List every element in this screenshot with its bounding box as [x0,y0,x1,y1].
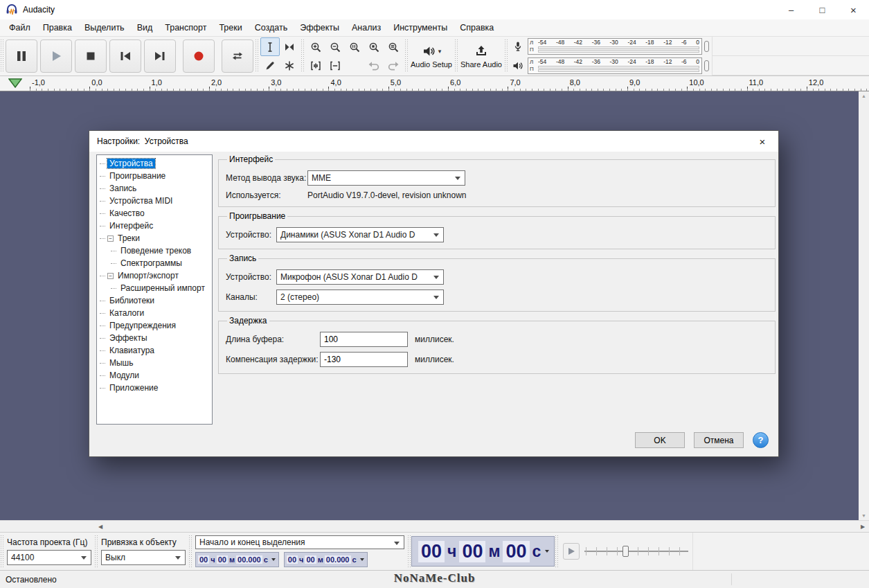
playback-meter[interactable]: Л П -54-48-42-36-30-24-18-12-60 [510,57,709,75]
recording-volume-slider[interactable] [704,41,709,52]
menu-item[interactable]: Треки [213,21,248,35]
audio-host-combobox[interactable]: MME [307,170,465,186]
silence-audio-button[interactable] [325,56,345,75]
dialog-close-button[interactable]: × [746,131,778,152]
stop-button[interactable] [75,39,107,73]
vertical-scrollbar[interactable]: ▲ ▼ [859,91,869,520]
toolbar-gripper[interactable] [255,39,259,73]
menu-item[interactable]: Справка [454,21,500,35]
tree-item[interactable]: Устройства [97,157,212,170]
timeline-ruler[interactable]: -1,00,01,02,03,04,05,06,07,08,09,010,011… [0,76,869,91]
pause-button[interactable] [6,39,37,73]
help-button[interactable]: ? [753,432,769,448]
scroll-right-button[interactable]: ▶ [857,522,868,532]
recording-device-combobox[interactable]: Микрофон (ASUS Xonar D1 Audio D [276,269,444,285]
ok-button[interactable]: OK [635,432,685,448]
tree-item[interactable]: − Импорт/экспорт [97,269,212,282]
maximize-button[interactable]: □ [807,0,838,19]
trim-audio-button[interactable] [306,56,325,75]
tree-item[interactable]: Эффекты [97,332,212,344]
multi-tool-button[interactable] [280,56,299,75]
horizontal-scrollbar[interactable]: ◀ ▶ [0,520,869,532]
tree-item[interactable]: Каталоги [97,307,212,319]
zoom-out-button[interactable] [325,37,345,56]
menu-item[interactable]: Транспорт [159,21,213,35]
menu-item[interactable]: Эффекты [294,21,346,35]
tree-item[interactable]: Интерфейс [97,220,212,232]
menu-item[interactable]: Инструменты [387,21,454,35]
time-format-caret-icon[interactable] [271,558,276,561]
tree-item[interactable]: Мышь [97,357,212,369]
loop-button[interactable] [222,39,253,73]
selection-start-display[interactable]: 00ч00м00.000с [195,552,279,567]
selection-tool-button[interactable] [260,37,280,56]
zoom-in-button[interactable] [306,37,325,56]
skip-to-start-button[interactable] [109,39,141,73]
zoom-toggle-button[interactable] [364,37,384,56]
tree-item[interactable]: Спектрограммы [97,257,212,269]
scroll-up-button[interactable]: ▲ [861,93,866,98]
menu-item[interactable]: Создать [249,21,294,35]
toolbar-gripper[interactable] [301,39,305,73]
play-at-speed-button[interactable] [563,543,580,560]
tree-item[interactable]: Библиотеки [97,294,212,307]
play-speed-slider-thumb[interactable] [622,546,629,557]
redo-button[interactable] [384,56,403,75]
buffer-length-input[interactable] [320,332,408,347]
recording-meter[interactable]: Л П -54-48-42-36-30-24-18-12-60 [510,37,709,55]
window-controls: – □ × [776,0,869,19]
tree-expander-icon[interactable]: − [107,235,114,242]
record-button[interactable] [183,39,215,73]
share-audio-button[interactable]: Share Audio [458,38,504,74]
tree-item[interactable]: Расширенный импорт [97,282,212,294]
close-button[interactable]: × [838,0,869,19]
playback-volume-slider[interactable] [704,60,709,71]
tree-item[interactable]: Запись [97,182,212,195]
minimize-button[interactable]: – [776,0,807,19]
play-button[interactable] [40,39,72,73]
zoom-fit-button[interactable] [384,37,403,56]
snap-to-combobox[interactable]: Выкл [101,550,186,565]
latency-compensation-input[interactable] [320,352,408,367]
tree-item[interactable]: Приложение [97,382,212,394]
menu-item[interactable]: Правка [37,21,78,35]
preferences-panel: Интерфейс Метод вывода звука: MME Исполь… [218,154,776,412]
tree-item[interactable]: Проигрывание [97,170,212,182]
menu-item[interactable]: Анализ [346,21,387,35]
dialog-title-bar[interactable]: Настройки: Устройства × [89,131,778,152]
tree-item[interactable]: − Треки [97,232,212,244]
recording-device-label: Устройство: [226,272,276,282]
menu-item[interactable]: Файл [3,21,37,35]
scroll-down-button[interactable]: ▼ [861,513,866,518]
menu-item[interactable]: Вид [131,21,159,35]
selection-end-display[interactable]: 00ч00м00.000с [284,552,368,567]
menu-item[interactable]: Выделить [78,21,131,35]
selection-format-combobox[interactable]: Начало и конец выделения [195,535,404,549]
envelope-tool-button[interactable] [280,37,299,56]
playback-meter-display[interactable]: Л П -54-48-42-36-30-24-18-12-60 [528,57,702,74]
recording-channels-combobox[interactable]: 2 (стерео) [276,289,444,305]
playback-device-combobox[interactable]: Динамики (ASUS Xonar D1 Audio D [276,227,444,242]
toolbar-gripper[interactable] [504,39,508,73]
time-format-caret-icon[interactable] [360,558,364,561]
tree-item[interactable]: Устройства MIDI [97,195,212,207]
cancel-button[interactable]: Отмена [694,432,744,448]
tree-item[interactable]: Предупреждения [97,319,212,332]
project-rate-combobox[interactable]: 44100 [7,550,91,565]
tree-item[interactable]: Поведение треков [97,244,212,257]
tree-item[interactable]: Клавиатура [97,344,212,357]
tree-item-label: Проигрывание [107,171,168,181]
audio-setup-button[interactable]: ▾ Audio Setup [409,38,454,74]
draw-tool-button[interactable] [260,56,280,75]
audio-position-display[interactable]: 00ч00м00с [411,536,555,567]
tree-item[interactable]: Качество [97,207,212,220]
skip-to-end-button[interactable] [144,39,176,73]
scroll-left-button[interactable]: ◀ [95,522,106,532]
zoom-selection-button[interactable] [345,37,364,56]
time-format-caret-icon[interactable] [545,550,549,553]
tree-item[interactable]: Модули [97,369,212,382]
undo-button[interactable] [364,56,384,75]
play-speed-slider[interactable] [584,544,688,559]
tree-expander-icon[interactable]: − [107,273,114,279]
recording-meter-display[interactable]: Л П -54-48-42-36-30-24-18-12-60 [528,38,702,55]
